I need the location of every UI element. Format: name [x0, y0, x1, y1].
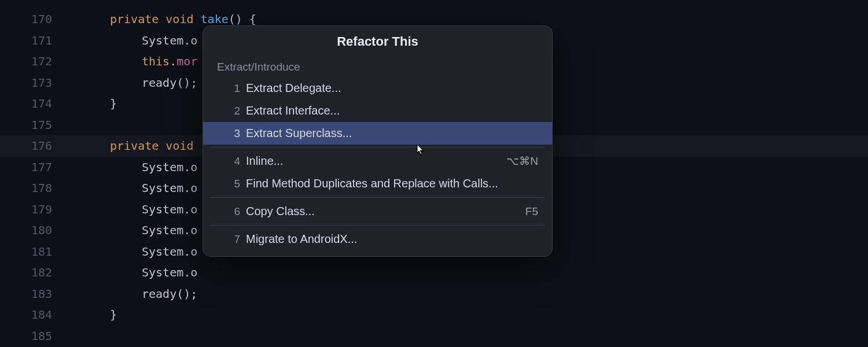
- popup-item-label: Copy Class...: [246, 205, 525, 218]
- line-number: 177: [0, 157, 52, 178]
- line-number: 179: [0, 199, 52, 220]
- popup-divider: [210, 225, 545, 226]
- line-number: 184: [0, 304, 52, 326]
- line-number: 178: [0, 178, 52, 199]
- popup-item-number: 7: [225, 233, 240, 246]
- popup-divider: [210, 197, 545, 198]
- line-number: 171: [0, 30, 52, 51]
- popup-item-label: Extract Interface...: [246, 104, 538, 117]
- popup-item-number: 4: [225, 155, 240, 168]
- line-number: 175: [0, 115, 52, 136]
- popup-menu-item[interactable]: 6Copy Class...F5: [203, 200, 552, 223]
- popup-item-number: 5: [225, 178, 240, 190]
- line-number: 180: [0, 220, 52, 241]
- popup-section-header: Extract/Introduce: [203, 55, 552, 77]
- popup-item-shortcut: ⌥⌘N: [506, 154, 538, 168]
- line-number: 170: [0, 9, 52, 30]
- popup-item-number: 3: [225, 127, 240, 140]
- popup-menu-item[interactable]: 7Migrate to AndroidX...: [203, 228, 552, 250]
- popup-item-number: 6: [225, 205, 240, 218]
- popup-item-label: Extract Superclass...: [246, 127, 538, 140]
- popup-item-label: Extract Delegate...: [246, 82, 538, 95]
- popup-menu-item[interactable]: 1Extract Delegate...: [203, 77, 552, 99]
- popup-divider: [210, 147, 545, 147]
- popup-title: Refactor This: [203, 26, 552, 55]
- popup-item-number: 1: [225, 82, 240, 95]
- line-number: 173: [0, 72, 52, 94]
- line-number-gutter: 1701711721731741751761771781791801811821…: [0, 0, 69, 347]
- line-number: 182: [0, 262, 52, 283]
- code-line[interactable]: ready();: [69, 283, 868, 305]
- popup-menu-item[interactable]: 4Inline...⌥⌘N: [203, 150, 552, 172]
- popup-item-label: Migrate to AndroidX...: [246, 232, 538, 246]
- line-number: 183: [0, 283, 52, 305]
- popup-item-label: Find Method Duplicates and Replace with …: [246, 177, 538, 190]
- refactor-popup: Refactor This Extract/Introduce 1Extract…: [203, 25, 553, 257]
- code-line[interactable]: System.o: [69, 262, 868, 283]
- line-number: 176: [0, 135, 52, 157]
- popup-menu-item[interactable]: 3Extract Superclass...: [203, 122, 552, 145]
- line-number: 172: [0, 51, 52, 72]
- code-line[interactable]: }: [69, 304, 868, 326]
- line-number: 174: [0, 93, 52, 115]
- line-number: 185: [0, 326, 52, 347]
- line-number: 181: [0, 241, 52, 263]
- popup-menu-item[interactable]: 2Extract Interface...: [203, 99, 552, 122]
- popup-item-number: 2: [225, 105, 240, 117]
- code-line[interactable]: [69, 326, 868, 347]
- popup-item-label: Inline...: [246, 154, 506, 168]
- popup-menu-item[interactable]: 5Find Method Duplicates and Replace with…: [203, 172, 552, 195]
- popup-item-shortcut: F5: [525, 205, 538, 218]
